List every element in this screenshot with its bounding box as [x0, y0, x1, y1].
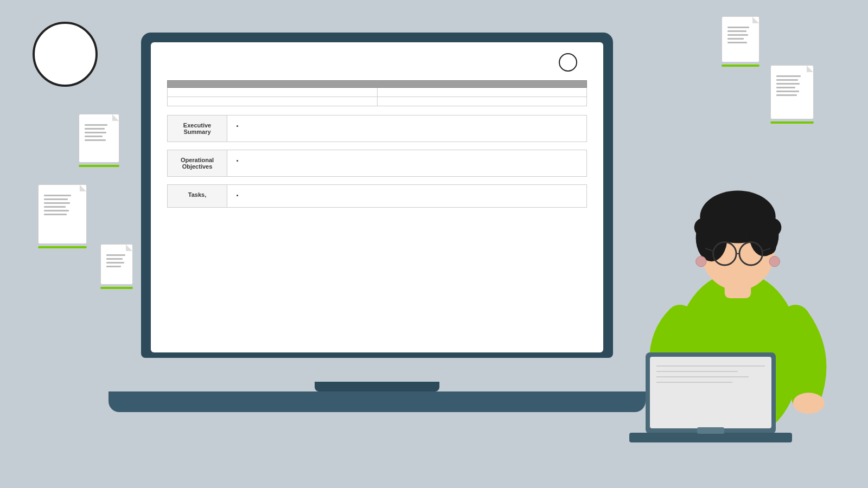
svg-rect-26 [629, 433, 792, 442]
doc-icon-4 [38, 184, 87, 244]
plan-row-2 [168, 97, 587, 106]
doc-float-left-3 [100, 244, 133, 289]
executive-summary-row: ExecutiveSummary [168, 115, 587, 142]
created-by-label [377, 88, 587, 97]
svg-point-6 [709, 193, 767, 230]
tasks-content [227, 185, 587, 208]
pm-brand [559, 53, 582, 72]
doc-badge-5 [100, 287, 133, 289]
plan-row-1 [168, 88, 587, 97]
laptop-screen-outer: ExecutiveSummary OperationalObjectives [141, 33, 613, 358]
desk-laptop [629, 352, 792, 461]
executive-summary-section: ExecutiveSummary [167, 115, 587, 142]
laptop: ExecutiveSummary OperationalObjectives [141, 33, 613, 412]
doc-badge-2 [770, 121, 814, 124]
plan-info-table [167, 80, 587, 106]
plan-info-header-cell [168, 81, 587, 88]
operational-objectives-label: OperationalObjectives [168, 150, 227, 177]
brand-circle [559, 53, 577, 72]
plan-info-header-row [168, 81, 587, 88]
operational-objectives-section: OperationalObjectives [167, 150, 587, 177]
svg-point-17 [769, 256, 780, 267]
document-content: ExecutiveSummary OperationalObjectives [151, 42, 603, 226]
doc-float-left-2 [38, 184, 87, 248]
svg-point-16 [696, 256, 706, 267]
operational-objectives-row: OperationalObjectives [168, 150, 587, 177]
doc-badge-3 [79, 165, 119, 167]
tasks-label: Tasks, [168, 185, 227, 208]
laptop-base [108, 391, 646, 412]
executive-summary-content [227, 115, 587, 142]
date-label [168, 97, 378, 106]
contact-info-label [377, 97, 587, 106]
doc-badge-1 [722, 65, 760, 67]
doc-float-left-1 [79, 114, 119, 167]
doc-icon-5 [100, 244, 133, 285]
tasks-section: Tasks, [167, 184, 587, 208]
doc-icon-2 [770, 65, 814, 119]
laptop-screen-inner: ExecutiveSummary OperationalObjectives [151, 42, 603, 352]
doc-float-top-right-1 [722, 16, 760, 67]
doc-header [167, 53, 587, 72]
doc-icon-1 [722, 16, 760, 62]
svg-point-8 [762, 218, 781, 237]
svg-rect-21 [650, 357, 771, 428]
tasks-row: Tasks, [168, 185, 587, 208]
operational-objectives-content [227, 150, 587, 177]
doc-badge-4 [38, 246, 87, 248]
executive-summary-label: ExecutiveSummary [168, 115, 227, 142]
svg-point-18 [793, 393, 825, 414]
svg-rect-27 [697, 427, 724, 434]
laptop-hinge [315, 382, 439, 391]
plan-name-label [168, 88, 378, 97]
doc-float-top-right-2 [770, 65, 814, 124]
pm-logo [33, 22, 98, 87]
doc-icon-3 [79, 114, 119, 163]
svg-point-7 [694, 218, 713, 237]
